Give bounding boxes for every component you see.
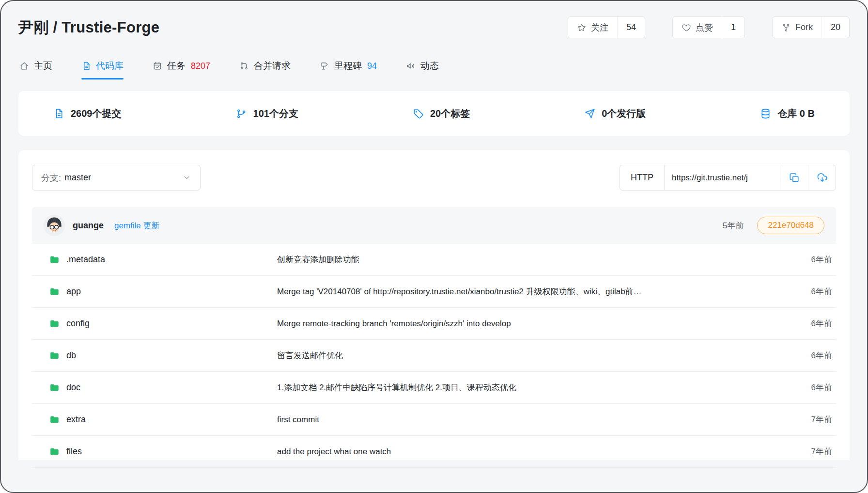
file-name[interactable]: files [66, 446, 82, 457]
repo-main-card: 分支: master HTTP [18, 150, 850, 461]
tab-activity-label: 动态 [420, 60, 439, 72]
page-title: 尹刚 / Trustie-Forge [18, 17, 159, 38]
praise-count: 1 [722, 17, 744, 38]
file-row[interactable]: config Merge remote-tracking branch 'rem… [32, 308, 836, 340]
file-name[interactable]: .metadata [66, 254, 105, 265]
download-button[interactable] [808, 165, 836, 190]
clone-url-group: HTTP [620, 165, 836, 191]
folder-icon [49, 286, 60, 297]
commit-author[interactable]: guange [73, 221, 104, 231]
file-row[interactable]: files add the project what one watch 7年前 [32, 436, 836, 468]
stat-commits[interactable]: 2609个提交 [53, 107, 122, 120]
file-row[interactable]: doc 1.添加文档 2.邮件中缺陷序号计算机制优化 2.项目、课程动态优化 6… [32, 372, 836, 404]
fork-icon [781, 23, 791, 32]
repo-stats-bar: 2609个提交 101个分支 20个标签 0个发行版 仓库 0 B [18, 91, 850, 136]
database-icon [760, 108, 771, 119]
tab-activity[interactable]: 动态 [406, 60, 439, 80]
file-name[interactable]: app [66, 286, 81, 297]
watch-button[interactable]: 关注 54 [568, 16, 645, 38]
folder-icon [49, 350, 60, 361]
watch-button-main: 关注 [568, 17, 617, 38]
tab-home[interactable]: 主页 [19, 60, 52, 80]
commit-doc-icon [53, 108, 64, 119]
commit-sha-badge[interactable]: 221e70d648 [757, 217, 824, 234]
fork-button[interactable]: Fork 20 [772, 16, 850, 38]
star-icon [577, 23, 587, 32]
commit-message-link[interactable]: gemfile 更新 [114, 220, 160, 231]
file-list: .metadata 创新竞赛添加删除功能 6年前 app Merge tag '… [32, 244, 836, 468]
tab-issues-label: 任务 [167, 60, 186, 72]
stat-branches-label: 101个分支 [253, 107, 298, 120]
praise-button[interactable]: 点赞 1 [672, 16, 745, 38]
fork-label: Fork [795, 22, 813, 32]
file-name-cell: doc [32, 382, 277, 393]
file-time: 6年前 [795, 382, 836, 393]
file-commit-message[interactable]: 创新竞赛添加删除功能 [277, 254, 795, 265]
file-time: 6年前 [795, 286, 836, 297]
file-row[interactable]: db 留言发送邮件优化 6年前 [32, 340, 836, 372]
repo-toolbar: 分支: master HTTP [32, 165, 836, 191]
tab-code[interactable]: 代码库 [81, 60, 124, 80]
paper-plane-icon [584, 108, 595, 119]
stat-releases-label: 0个发行版 [602, 107, 646, 120]
praise-button-main: 点赞 [673, 17, 722, 38]
stat-commits-label: 2609个提交 [71, 107, 122, 120]
file-commit-message[interactable]: 1.添加文档 2.邮件中缺陷序号计算机制优化 2.项目、课程动态优化 [277, 382, 795, 393]
code-file-icon [81, 61, 91, 71]
stat-releases[interactable]: 0个发行版 [584, 107, 646, 120]
commit-time: 5年前 [723, 220, 744, 231]
clone-url-input[interactable] [665, 173, 780, 183]
fork-count: 20 [822, 17, 849, 38]
branch-prefix-label: 分支: [41, 172, 61, 184]
file-commit-message[interactable]: 留言发送邮件优化 [277, 350, 795, 361]
tab-pulls[interactable]: 合并请求 [239, 60, 291, 80]
fork-button-main: Fork [773, 17, 822, 38]
repo-tabs: 主页 代码库 任务 8207 合并请求 里程碑 94 [18, 60, 850, 80]
latest-commit-row: guange gemfile 更新 5年前 221e70d648 [32, 207, 836, 244]
file-name-cell: extra [32, 414, 277, 425]
task-icon [153, 61, 162, 71]
folder-icon [49, 382, 60, 393]
file-time: 6年前 [795, 254, 836, 265]
copy-icon [789, 173, 800, 183]
clone-url-wrap [665, 165, 780, 190]
app-window: 尹刚 / Trustie-Forge 关注 54 点赞 1 [0, 0, 868, 493]
file-row[interactable]: extra first commit 7年前 [32, 404, 836, 436]
tab-milestones[interactable]: 里程碑 94 [320, 60, 377, 80]
file-commit-message[interactable]: Merge tag 'V20140708' of http://reposito… [277, 286, 795, 297]
branch-selector[interactable]: 分支: master [32, 165, 201, 191]
file-time: 6年前 [795, 350, 836, 361]
file-row[interactable]: .metadata 创新竞赛添加删除功能 6年前 [32, 244, 836, 276]
milestone-icon [320, 61, 329, 71]
tab-issues[interactable]: 任务 8207 [153, 60, 210, 80]
watch-label: 关注 [591, 22, 608, 33]
stat-tags[interactable]: 20个标签 [413, 107, 470, 120]
clone-protocol-button[interactable]: HTTP [620, 165, 665, 190]
folder-icon [49, 446, 60, 457]
file-commit-message[interactable]: first commit [277, 415, 795, 425]
file-name-cell: .metadata [32, 254, 277, 265]
file-name[interactable]: config [66, 318, 90, 329]
branch-name: master [64, 173, 91, 183]
file-name[interactable]: db [66, 350, 76, 361]
file-commit-message[interactable]: Merge remote-tracking branch 'remotes/or… [277, 319, 795, 329]
file-name-cell: db [32, 350, 277, 361]
heart-icon [682, 23, 691, 32]
tab-home-label: 主页 [34, 60, 52, 72]
stat-storage-label: 仓库 0 B [777, 107, 815, 120]
stat-branches[interactable]: 101个分支 [236, 107, 298, 120]
file-commit-message[interactable]: add the project what one watch [277, 447, 795, 457]
file-name[interactable]: doc [66, 382, 80, 393]
watch-count: 54 [617, 17, 645, 38]
folder-icon [49, 414, 60, 425]
stat-storage[interactable]: 仓库 0 B [760, 107, 815, 120]
file-name-cell: config [32, 318, 277, 329]
file-row[interactable]: app Merge tag 'V20140708' of http://repo… [32, 276, 836, 308]
folder-icon [49, 318, 60, 329]
file-time: 7年前 [795, 446, 836, 457]
copy-url-button[interactable] [780, 165, 808, 190]
tab-milestones-label: 里程碑 [334, 60, 362, 72]
avatar[interactable] [44, 215, 65, 236]
home-icon [19, 61, 29, 71]
file-name[interactable]: extra [66, 414, 86, 425]
